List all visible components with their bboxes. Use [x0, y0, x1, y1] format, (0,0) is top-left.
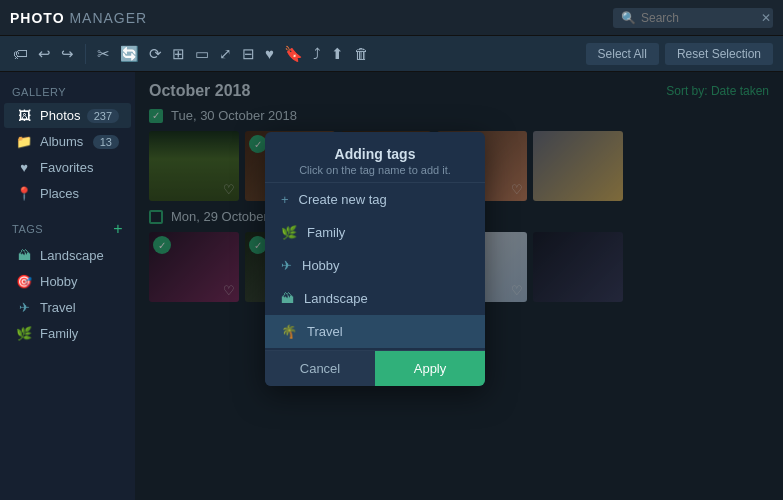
app-header: PHOTO MANAGER 🔍 ✕: [0, 0, 783, 36]
modal-tag-landscape[interactable]: 🏔 Landscape: [265, 282, 485, 315]
photo-thumb-1[interactable]: ♡: [149, 131, 239, 201]
photo-heart-9[interactable]: ♡: [511, 283, 523, 298]
modal-travel-label: Travel: [307, 324, 343, 339]
select-all-button[interactable]: Select All: [586, 43, 659, 65]
sort-label: Sort by: Date taken: [666, 84, 769, 98]
app-name: PHOTO: [10, 10, 65, 26]
toolbar-redo-icon[interactable]: ↪: [58, 42, 77, 66]
toolbar-grid-icon[interactable]: ⊞: [169, 42, 188, 66]
search-input[interactable]: [641, 11, 761, 25]
month-title: October 2018: [149, 82, 250, 100]
sort-value[interactable]: Date taken: [711, 84, 769, 98]
modal-landscape-icon: 🏔: [281, 291, 294, 306]
modal-tag-hobby[interactable]: ✈ Hobby: [265, 249, 485, 282]
create-new-tag-item[interactable]: + Create new tag: [265, 183, 485, 216]
reset-selection-button[interactable]: Reset Selection: [665, 43, 773, 65]
modal-landscape-label: Landscape: [304, 291, 368, 306]
toolbar-export-icon[interactable]: ⬆: [328, 42, 347, 66]
tags-section-title: Tags +: [0, 216, 135, 242]
search-icon: 🔍: [621, 11, 636, 25]
modal-family-icon: 🌿: [281, 225, 297, 240]
toolbar-collage-icon[interactable]: ⊟: [239, 42, 258, 66]
create-new-label: Create new tag: [299, 192, 387, 207]
app-name-manager: MANAGER: [69, 10, 147, 26]
photo-heart-1[interactable]: ♡: [223, 182, 235, 197]
date-row-1: Tue, 30 October 2018: [149, 108, 769, 123]
travel-tag-icon: ✈: [16, 300, 32, 315]
sidebar-item-photos[interactable]: 🖼 Photos 237: [4, 103, 131, 128]
content-header: October 2018 Sort by: Date taken: [149, 82, 769, 100]
toolbar-expand-icon[interactable]: ⤢: [216, 42, 235, 66]
tags-modal[interactable]: Adding tags Click on the tag name to add…: [265, 132, 485, 386]
create-new-icon: +: [281, 192, 289, 207]
sort-prefix: Sort by:: [666, 84, 707, 98]
gallery-section-title: Gallery: [0, 82, 135, 102]
toolbar-heart-icon[interactable]: ♥: [262, 42, 277, 65]
modal-title: Adding tags: [279, 146, 471, 162]
toolbar-separator-1: [85, 44, 86, 64]
hobby-tag-icon: 🎯: [16, 274, 32, 289]
toolbar-delete-icon[interactable]: 🗑: [351, 42, 372, 65]
albums-count: 13: [93, 135, 119, 149]
date-label-1: Tue, 30 October 2018: [171, 108, 297, 123]
sidebar-item-family[interactable]: 🌿 Family: [4, 321, 131, 346]
modal-hobby-label: Hobby: [302, 258, 340, 273]
modal-hobby-icon: ✈: [281, 258, 292, 273]
sidebar-item-albums[interactable]: 📁 Albums 13: [4, 129, 131, 154]
sidebar-item-favorites[interactable]: ♥ Favorites: [4, 155, 131, 180]
photo-thumb-10[interactable]: [533, 232, 623, 302]
photos-count: 237: [87, 109, 119, 123]
sidebar-favorites-label: Favorites: [40, 160, 93, 175]
modal-apply-button[interactable]: Apply: [375, 351, 485, 386]
toolbar-frame-icon[interactable]: ▭: [192, 42, 212, 66]
sidebar-photos-label: Photos: [40, 108, 80, 123]
app-logo: PHOTO MANAGER: [10, 10, 147, 26]
content-area: October 2018 Sort by: Date taken Tue, 30…: [135, 72, 783, 500]
sidebar-item-hobby[interactable]: 🎯 Hobby: [4, 269, 131, 294]
sidebar-albums-label: Albums: [40, 134, 83, 149]
sidebar-item-travel[interactable]: ✈ Travel: [4, 295, 131, 320]
modal-travel-icon: 🌴: [281, 324, 297, 339]
date-checkbox-1[interactable]: [149, 109, 163, 123]
modal-tag-family[interactable]: 🌿 Family: [265, 216, 485, 249]
sidebar-landscape-label: Landscape: [40, 248, 104, 263]
photo-check-6[interactable]: ✓: [153, 236, 171, 254]
modal-header: Adding tags Click on the tag name to add…: [265, 132, 485, 183]
favorites-icon: ♥: [16, 160, 32, 175]
toolbar-undo-icon[interactable]: ↩: [35, 42, 54, 66]
albums-icon: 📁: [16, 134, 32, 149]
toolbar-right: Select All Reset Selection: [586, 43, 773, 65]
photos-icon: 🖼: [16, 108, 32, 123]
places-icon: 📍: [16, 186, 32, 201]
sidebar-family-label: Family: [40, 326, 78, 341]
modal-family-label: Family: [307, 225, 345, 240]
photo-thumb-6[interactable]: ✓ ♡: [149, 232, 239, 302]
toolbar-share-icon[interactable]: ⤴: [310, 42, 324, 65]
sidebar-hobby-label: Hobby: [40, 274, 78, 289]
sidebar-places-label: Places: [40, 186, 79, 201]
sidebar-item-places[interactable]: 📍 Places: [4, 181, 131, 206]
modal-subtitle: Click on the tag name to add it.: [279, 164, 471, 176]
toolbar-tag2-icon[interactable]: 🔖: [281, 42, 306, 66]
toolbar-flip-icon[interactable]: ⟳: [146, 42, 165, 66]
toolbar: 🏷 ↩ ↪ ✂ 🔄 ⟳ ⊞ ▭ ⤢ ⊟ ♥ 🔖 ⤴ ⬆ 🗑 Select All…: [0, 36, 783, 72]
modal-footer: Cancel Apply: [265, 350, 485, 386]
photo-thumb-5[interactable]: [533, 131, 623, 201]
photo-heart-4[interactable]: ♡: [511, 182, 523, 197]
family-tag-icon: 🌿: [16, 326, 32, 341]
main-layout: Gallery 🖼 Photos 237 📁 Albums 13 ♥ Favor…: [0, 72, 783, 500]
toolbar-crop-icon[interactable]: ✂: [94, 42, 113, 66]
landscape-tag-icon: 🏔: [16, 248, 32, 263]
modal-tag-travel[interactable]: 🌴 Travel: [265, 315, 485, 348]
search-clear-icon[interactable]: ✕: [761, 11, 771, 25]
add-tag-button[interactable]: +: [113, 220, 123, 238]
modal-cancel-button[interactable]: Cancel: [265, 351, 375, 386]
sidebar-travel-label: Travel: [40, 300, 76, 315]
photo-heart-6[interactable]: ♡: [223, 283, 235, 298]
search-bar[interactable]: 🔍 ✕: [613, 8, 773, 28]
date-checkbox-2[interactable]: [149, 210, 163, 224]
sidebar-item-landscape[interactable]: 🏔 Landscape: [4, 243, 131, 268]
sidebar: Gallery 🖼 Photos 237 📁 Albums 13 ♥ Favor…: [0, 72, 135, 500]
toolbar-tag-icon[interactable]: 🏷: [10, 42, 31, 65]
toolbar-rotate-icon[interactable]: 🔄: [117, 42, 142, 66]
